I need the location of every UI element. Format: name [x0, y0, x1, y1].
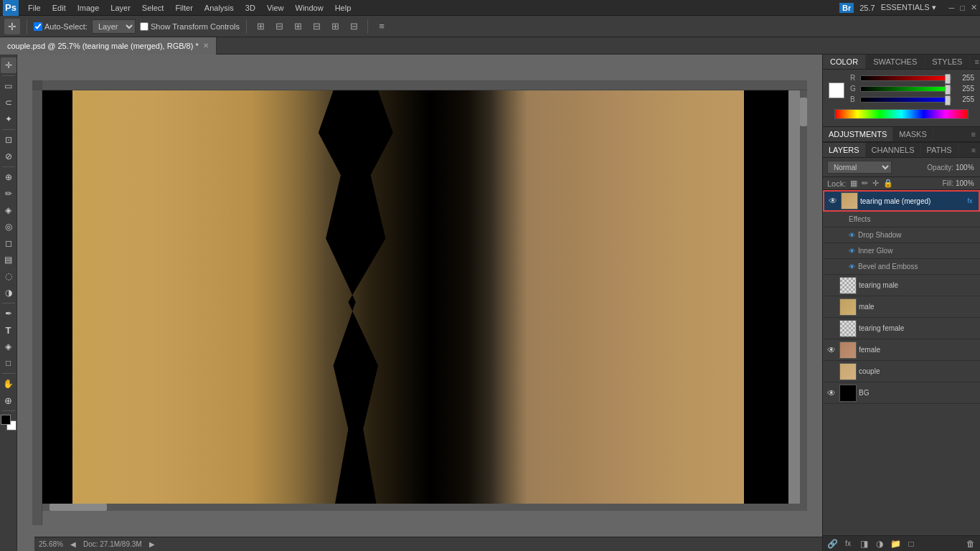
- hand-tool[interactable]: ✋: [1, 376, 17, 392]
- blur-tool[interactable]: ◌: [1, 268, 17, 284]
- move-tool[interactable]: ✛: [1, 57, 17, 73]
- autoselect-checkbox[interactable]: [34, 22, 42, 31]
- menu-window[interactable]: Window: [291, 2, 329, 14]
- workspace-selector[interactable]: ESSENTIALS ▾: [881, 3, 936, 12]
- spectrum-bar[interactable]: [834, 109, 969, 119]
- blend-mode-select[interactable]: Normal Multiply Screen Overlay: [827, 161, 892, 174]
- align-bottom-icon[interactable]: ⊟: [347, 19, 361, 34]
- layer-fx-tearing-male-merged[interactable]: fx: [964, 195, 976, 207]
- align-top-icon[interactable]: ⊟: [309, 19, 324, 34]
- layer-vis-tearing-male-merged[interactable]: 👁: [827, 195, 839, 207]
- lock-all-icon[interactable]: 🔒: [883, 179, 893, 188]
- new-layer-button[interactable]: □: [905, 537, 918, 550]
- layer-vis-bg[interactable]: 👁: [826, 387, 837, 399]
- layer-row-male[interactable]: 👁 male: [823, 296, 980, 318]
- tab-paths[interactable]: PATHS: [921, 143, 958, 157]
- text-tool[interactable]: T: [1, 322, 17, 338]
- maximize-button[interactable]: □: [960, 4, 965, 12]
- menu-3d[interactable]: 3D: [240, 2, 260, 14]
- green-slider[interactable]: [860, 86, 951, 92]
- layer-vis-male[interactable]: 👁: [826, 301, 837, 313]
- current-color-swatch[interactable]: [829, 83, 844, 98]
- layer-effects-group[interactable]: Effects: [823, 212, 980, 227]
- magic-wand-tool[interactable]: ✦: [1, 111, 17, 127]
- status-arrow-right[interactable]: ▶: [149, 540, 155, 548]
- color-panel-options[interactable]: ≡: [970, 55, 980, 69]
- fill-value[interactable]: 100%: [956, 179, 976, 187]
- dodge-tool[interactable]: ◑: [1, 285, 17, 301]
- red-slider[interactable]: [860, 75, 951, 81]
- menu-analysis[interactable]: Analysis: [199, 2, 239, 14]
- layer-select-dropdown[interactable]: Layer Group: [92, 19, 136, 34]
- tab-color[interactable]: COLOR: [823, 55, 866, 69]
- menu-help[interactable]: Help: [330, 2, 357, 14]
- foreground-color-swatch[interactable]: [1, 415, 11, 425]
- crop-tool[interactable]: ⊡: [1, 132, 17, 148]
- layer-row-tearing-male[interactable]: 👁 tearing male: [823, 275, 980, 296]
- document-tab[interactable]: couple.psd @ 25.7% (tearing male (merged…: [0, 37, 217, 55]
- distribute-icon[interactable]: ≡: [374, 19, 389, 34]
- tab-channels[interactable]: CHANNELS: [866, 143, 921, 157]
- layer-row-female[interactable]: 👁 female: [823, 339, 980, 361]
- tab-close-button[interactable]: ✕: [203, 42, 209, 50]
- vertical-scrollbar-thumb[interactable]: [800, 98, 807, 126]
- brush-tool[interactable]: ✏: [1, 186, 17, 202]
- new-adjustment-button[interactable]: ◑: [873, 537, 886, 550]
- tab-masks[interactable]: MASKS: [893, 127, 933, 141]
- color-swatches[interactable]: [1, 415, 17, 430]
- layer-vis-tearing-male[interactable]: 👁: [826, 280, 837, 291]
- rect-select-tool[interactable]: ▭: [1, 78, 17, 94]
- pen-tool[interactable]: ✒: [1, 306, 17, 321]
- tab-styles[interactable]: STYLES: [925, 55, 970, 69]
- layer-effect-bevel-emboss[interactable]: 👁 Bevel and Emboss: [823, 259, 980, 275]
- history-brush-tool[interactable]: ◎: [1, 219, 17, 235]
- eraser-tool[interactable]: ◻: [1, 235, 17, 251]
- menu-file[interactable]: File: [23, 2, 46, 14]
- layers-panel-options[interactable]: ≡: [967, 143, 980, 157]
- horizontal-scrollbar[interactable]: [42, 504, 800, 511]
- align-right-icon[interactable]: ⊞: [291, 19, 305, 34]
- menu-select[interactable]: Select: [137, 2, 169, 14]
- align-left-icon[interactable]: ⊞: [253, 19, 268, 34]
- tab-layers[interactable]: LAYERS: [823, 143, 866, 157]
- menu-layer[interactable]: Layer: [105, 2, 136, 14]
- layer-row-couple[interactable]: 👁 couple: [823, 361, 980, 382]
- add-mask-button[interactable]: ◨: [857, 537, 870, 550]
- tab-swatches[interactable]: SWATCHES: [866, 55, 925, 69]
- menu-edit[interactable]: Edit: [47, 2, 71, 14]
- lock-image-icon[interactable]: ✏: [862, 179, 868, 188]
- add-layer-style-button[interactable]: fx: [842, 537, 854, 550]
- shape-tool[interactable]: □: [1, 355, 17, 371]
- lasso-tool[interactable]: ⊂: [1, 95, 17, 110]
- align-center-v-icon[interactable]: ⊞: [328, 19, 342, 34]
- adjustments-panel-options[interactable]: ≡: [967, 127, 980, 141]
- heal-tool[interactable]: ⊕: [1, 169, 17, 185]
- effect-eye-drop-shadow[interactable]: 👁: [849, 232, 855, 239]
- opacity-value[interactable]: 100%: [956, 164, 976, 171]
- menu-filter[interactable]: Filter: [170, 2, 197, 14]
- layer-row-tearing-female[interactable]: 👁 tearing female: [823, 318, 980, 339]
- horizontal-scrollbar-thumb[interactable]: [50, 504, 107, 511]
- link-layers-button[interactable]: 🔗: [826, 537, 839, 550]
- photo-canvas[interactable]: [42, 90, 788, 511]
- zoom-tool[interactable]: ⊕: [1, 392, 17, 408]
- effect-eye-inner-glow[interactable]: 👁: [849, 248, 855, 255]
- effect-eye-bevel-emboss[interactable]: 👁: [849, 263, 855, 270]
- layer-vis-tearing-female[interactable]: 👁: [826, 323, 837, 334]
- status-arrow-left[interactable]: ◀: [70, 540, 76, 548]
- lock-transparent-icon[interactable]: ▦: [850, 179, 857, 188]
- eyedropper-tool[interactable]: ⊘: [1, 149, 17, 164]
- new-group-button[interactable]: 📁: [889, 537, 902, 550]
- path-select-tool[interactable]: ◈: [1, 339, 17, 354]
- minimize-button[interactable]: ─: [949, 4, 955, 12]
- menu-image[interactable]: Image: [72, 2, 105, 14]
- menu-view[interactable]: View: [262, 2, 289, 14]
- align-center-h-icon[interactable]: ⊟: [272, 19, 286, 34]
- show-transform-checkbox[interactable]: [140, 22, 149, 31]
- gradient-tool[interactable]: ▤: [1, 252, 17, 268]
- vertical-scrollbar[interactable]: [800, 90, 807, 511]
- lock-position-icon[interactable]: ✛: [872, 179, 879, 188]
- layer-vis-female[interactable]: 👁: [826, 344, 837, 356]
- layer-row-bg[interactable]: 👁 BG: [823, 382, 980, 404]
- blue-slider[interactable]: [860, 97, 951, 103]
